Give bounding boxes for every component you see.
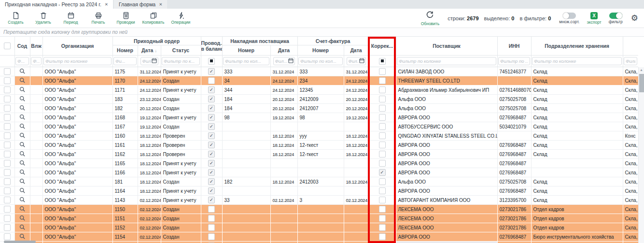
date-filter[interactable] bbox=[273, 57, 295, 65]
column-header-supplier[interactable]: Поставщик bbox=[396, 37, 497, 56]
calendar-small-icon[interactable] bbox=[359, 58, 364, 64]
checkbox-unchecked[interactable] bbox=[4, 197, 11, 203]
column-header-dept[interactable]: Подразделение хранения bbox=[531, 37, 623, 56]
checkbox-unchecked[interactable] bbox=[379, 206, 386, 213]
filter-input-vlzh[interactable] bbox=[31, 57, 42, 65]
column-header-wh[interactable] bbox=[623, 37, 638, 56]
checkbox-checked[interactable]: ✓ bbox=[208, 105, 215, 112]
table-row[interactable]: ООО "Альфа"116719.12.2024Создан✓АВТОБУСС… bbox=[0, 122, 638, 131]
date-filter[interactable] bbox=[347, 57, 366, 65]
filter-input-dept[interactable] bbox=[532, 57, 622, 65]
tristate-checkbox[interactable] bbox=[208, 58, 215, 65]
filter-input-np_date[interactable] bbox=[275, 58, 288, 64]
table-row[interactable]: ООО "Альфа"116518.12.2024Принят к учету✓… bbox=[0, 159, 638, 168]
checkbox-unchecked[interactable] bbox=[4, 151, 11, 157]
удалить-button[interactable]: Удалить bbox=[29, 10, 57, 27]
column-header-sod[interactable]: Сод bbox=[14, 37, 30, 56]
table-row[interactable]: ООО "Альфа"117531.12.2024Принят к учету✓… bbox=[0, 67, 638, 76]
vertical-scrollbar-thumb[interactable] bbox=[639, 74, 644, 92]
операции-button[interactable]: Операции bbox=[167, 10, 195, 27]
checkbox-unchecked[interactable] bbox=[379, 105, 386, 112]
filter-input-org[interactable] bbox=[43, 57, 112, 65]
view-details-icon[interactable] bbox=[19, 125, 26, 130]
view-details-icon[interactable] bbox=[19, 134, 26, 140]
checkbox-unchecked[interactable] bbox=[4, 160, 11, 167]
view-details-icon[interactable] bbox=[19, 98, 26, 103]
column-header-po_num[interactable]: Номер bbox=[112, 45, 138, 56]
tab-close-icon[interactable]: ✕ bbox=[105, 2, 108, 7]
checkbox-unchecked[interactable] bbox=[379, 233, 386, 240]
view-details-icon[interactable] bbox=[19, 235, 26, 241]
checkbox-checked[interactable]: ✓ bbox=[208, 187, 215, 194]
filter-input-inn[interactable] bbox=[498, 57, 530, 65]
checkbox-unchecked[interactable] bbox=[379, 132, 386, 139]
период-button[interactable]: Период bbox=[57, 10, 84, 27]
view-details-icon[interactable] bbox=[19, 226, 26, 231]
filter-input-po_date[interactable] bbox=[142, 58, 152, 64]
checkbox-unchecked[interactable] bbox=[4, 224, 11, 231]
calendar-small-icon[interactable] bbox=[152, 58, 157, 64]
checkbox-checked[interactable]: ✓ bbox=[208, 169, 215, 176]
фильтр-toggle[interactable]: фильтр bbox=[609, 13, 623, 24]
checkbox-unchecked[interactable] bbox=[4, 77, 11, 84]
refresh-button[interactable]: Обновить bbox=[421, 11, 440, 26]
checkbox-checked[interactable]: ✓ bbox=[208, 123, 215, 130]
column-header-status[interactable]: Статус bbox=[161, 45, 201, 56]
checkbox-unchecked[interactable] bbox=[4, 187, 11, 194]
checkbox-unchecked[interactable] bbox=[4, 215, 11, 222]
column-header-org[interactable]: Организация bbox=[42, 37, 112, 56]
view-details-icon[interactable] bbox=[19, 79, 26, 85]
date-filter[interactable] bbox=[140, 57, 158, 65]
checkbox-unchecked[interactable] bbox=[379, 142, 386, 148]
checkbox-unchecked[interactable] bbox=[208, 233, 215, 240]
column-header-sf_date[interactable]: Дата bbox=[344, 45, 368, 56]
filter-input-sf_date[interactable] bbox=[348, 58, 359, 64]
checkbox-unchecked[interactable] bbox=[379, 160, 386, 167]
checkbox-checked[interactable]: ✓ bbox=[379, 169, 386, 176]
filter-input-supplier[interactable] bbox=[397, 57, 496, 65]
column-header-vlzh[interactable]: Влж bbox=[30, 37, 42, 56]
checkbox-unchecked[interactable] bbox=[379, 114, 386, 121]
checkbox-checked[interactable]: ✓ bbox=[208, 132, 215, 139]
group-drop-zone[interactable]: Перетащите сюда колонку для группировки … bbox=[0, 28, 644, 37]
filter-input-wh[interactable] bbox=[624, 57, 637, 65]
filter-input-sod[interactable] bbox=[15, 57, 29, 65]
filter-input-po_num[interactable] bbox=[113, 57, 137, 65]
проводки-button[interactable]: Проводки bbox=[112, 10, 140, 27]
toggle-switch[interactable] bbox=[609, 13, 622, 19]
table-row[interactable]: ООО "Альфа"115302.12.2024СозданЛЕКСЕМА О… bbox=[0, 242, 638, 243]
checkbox-unchecked[interactable] bbox=[4, 142, 11, 148]
table-row[interactable]: ООО "Альфа"116819.12.2024Принят к учету✓… bbox=[0, 113, 638, 122]
checkbox-unchecked[interactable] bbox=[208, 224, 215, 231]
checkbox-unchecked[interactable] bbox=[379, 178, 386, 185]
table-row[interactable]: ООО "Альфа"115202.12.2024СозданЛЕКСЕМА О… bbox=[0, 223, 638, 232]
checkbox-unchecked[interactable] bbox=[208, 77, 215, 84]
select-all-checkbox[interactable] bbox=[4, 43, 11, 49]
checkbox-unchecked[interactable] bbox=[4, 123, 11, 130]
filter-input-np_num[interactable] bbox=[223, 57, 269, 65]
checkbox-checked[interactable]: ✓ bbox=[208, 114, 215, 121]
checkbox-unchecked[interactable] bbox=[379, 96, 386, 102]
checkbox-unchecked[interactable] bbox=[4, 132, 11, 139]
column-header-korr[interactable]: Коррек... bbox=[368, 37, 396, 56]
checkbox-unchecked[interactable] bbox=[4, 178, 11, 185]
table-row[interactable]: ООО "Альфа"115402.12.2024СозданАВРОРА ОО… bbox=[0, 232, 638, 242]
table-row[interactable]: ООО "Альфа"18323.12.2024Создан✓18420.12.… bbox=[0, 95, 638, 104]
копировать-button[interactable]: Копировать bbox=[140, 10, 167, 27]
checkbox-unchecked[interactable] bbox=[379, 86, 386, 93]
table-row[interactable]: ООО "Альфа"117124.12.2024Принят к учету✓… bbox=[0, 86, 638, 95]
filter-input-sf_num[interactable] bbox=[298, 57, 343, 65]
создать-button[interactable]: Создать bbox=[2, 10, 29, 27]
table-row[interactable]: ООО "Альфа"18118.12.2024Создан✓18218.12.… bbox=[0, 177, 638, 186]
checkbox-unchecked[interactable] bbox=[379, 187, 386, 194]
column-header-inn[interactable]: ИНН bbox=[497, 37, 531, 56]
checkbox-checked[interactable]: ✓ bbox=[208, 96, 215, 102]
table-row[interactable]: ООО "Альфа"116418.12.2024Принят к учету✓… bbox=[0, 186, 638, 196]
tab-close-icon[interactable]: ✕ bbox=[159, 2, 162, 7]
view-details-icon[interactable] bbox=[19, 70, 26, 75]
view-details-icon[interactable] bbox=[19, 217, 26, 222]
tab-2[interactable]: Главная форма✕ bbox=[114, 0, 167, 9]
checkbox-checked[interactable]: ✓ bbox=[208, 151, 215, 157]
scroll-up-arrow-icon[interactable]: ▲ bbox=[639, 67, 644, 73]
table-row[interactable]: ООО "Альфа"116118.12.2024Проверен✓18.12.… bbox=[0, 141, 638, 150]
